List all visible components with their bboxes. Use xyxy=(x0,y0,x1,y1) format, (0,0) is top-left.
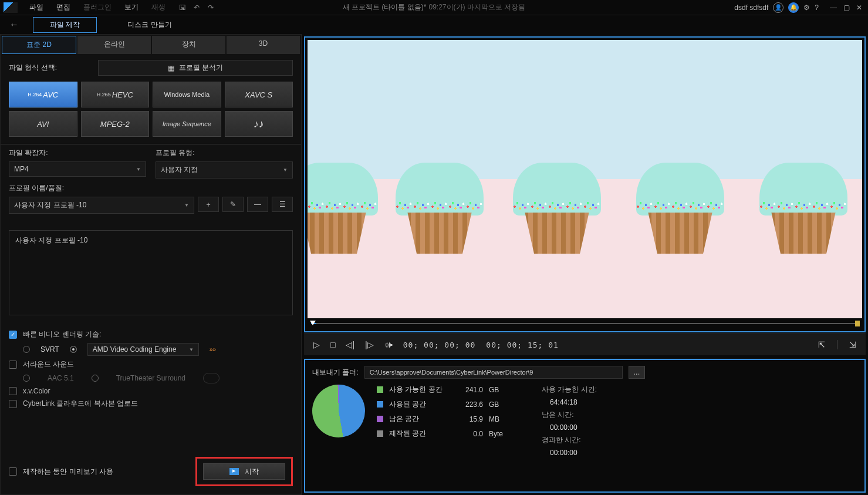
timecode-total: 00; 00; 15; 01 xyxy=(486,341,559,349)
toolbar-icons: 🖫 ↶ ↷ xyxy=(177,2,216,13)
preview-while-checkbox[interactable] xyxy=(9,467,17,476)
format-audio[interactable]: ♪♪ xyxy=(225,111,293,137)
minimize-icon[interactable]: — xyxy=(828,4,839,12)
title-area: 새 프로젝트 (타이틀 없음)* 09:27이(가) 마지막으로 저장됨 xyxy=(343,2,525,12)
cloud-label: CyberLink 클라우드에 복사본 업로드 xyxy=(23,399,138,409)
start-highlight-box: 시작 xyxy=(195,457,293,486)
film-icon xyxy=(229,468,239,475)
playhead-icon[interactable] xyxy=(310,321,316,325)
xvcolor-checkbox[interactable] xyxy=(9,387,17,395)
xvcolor-label: x.v.Color xyxy=(23,387,50,395)
format-avi[interactable]: AVI xyxy=(9,111,77,137)
settings-panel: 표준 2D 온라인 장치 3D 파일 형식 선택: ▦ 프로필 분석기 H.26… xyxy=(0,34,302,495)
scrub-bar[interactable] xyxy=(308,321,862,326)
project-title: 새 프로젝트 (타이틀 없음)* xyxy=(343,2,427,12)
tts-preview-icon xyxy=(203,373,219,383)
aac-radio xyxy=(23,375,30,382)
next-frame-icon[interactable]: |▷ xyxy=(365,340,374,349)
profile-delete-button[interactable]: — xyxy=(247,197,268,212)
time-info: 사용 가능한 시간: 64:44:18 남은 시간: 00:00:00 경과한 … xyxy=(542,385,597,457)
profile-details-button[interactable]: ☰ xyxy=(272,197,293,212)
prev-frame-icon[interactable]: ◁| xyxy=(346,340,354,349)
nav-file-production[interactable]: 파일 제작 xyxy=(33,17,97,33)
fast-render-label: 빠른 비디오 렌더링 기술: xyxy=(23,329,101,339)
end-marker-icon[interactable] xyxy=(855,321,860,326)
menu-edit[interactable]: 편집 xyxy=(50,1,76,14)
hw-engine-radio[interactable] xyxy=(70,346,77,353)
playback-controls: ▷ □ ◁| |▷ 🕪 00; 00; 00; 00 00; 00; 15; 0… xyxy=(304,334,866,355)
menu-play: 재생 xyxy=(146,1,171,14)
redo-icon[interactable]: ↷ xyxy=(205,2,216,13)
export-folder-label: 내보내기 폴더: xyxy=(312,368,359,378)
mark-out-icon[interactable]: ⇲ xyxy=(849,340,856,349)
start-button[interactable]: 시작 xyxy=(203,463,285,480)
export-folder-input[interactable]: C:\Users\approve\Documents\CyberLink\Pow… xyxy=(364,366,623,379)
svrt-radio[interactable] xyxy=(23,346,30,353)
settings-icon[interactable]: ⚙ xyxy=(803,4,810,12)
nav-disc-create[interactable]: 디스크 만들기 xyxy=(111,18,188,32)
format-select-label: 파일 형식 선택: xyxy=(9,63,57,73)
format-h265-hevc[interactable]: H.265HEVC xyxy=(81,82,150,107)
window-buttons: — ▢ ✕ xyxy=(828,4,864,12)
undo-icon[interactable]: ↶ xyxy=(191,2,202,13)
format-grid: H.264AVC H.265HEVC Windows Media XAVC S … xyxy=(9,82,293,137)
help-icon[interactable]: ? xyxy=(815,4,819,12)
analyzer-icon: ▦ xyxy=(168,64,174,72)
browse-folder-button[interactable]: … xyxy=(629,366,645,379)
output-tabs: 표준 2D 온라인 장치 3D xyxy=(2,36,300,54)
format-mpeg2[interactable]: MPEG-2 xyxy=(81,111,150,137)
preview-container xyxy=(304,36,866,332)
profile-type-label: 프로필 유형: xyxy=(156,148,293,158)
profile-analyzer-button[interactable]: ▦ 프로필 분석기 xyxy=(98,60,293,76)
truevelocity-icon: »» xyxy=(210,346,216,353)
menu-plugin: 플러그인 xyxy=(77,1,117,14)
format-windows-media[interactable]: Windows Media xyxy=(153,82,221,107)
tab-device[interactable]: 장치 xyxy=(152,36,225,54)
extension-label: 파일 확장자: xyxy=(9,148,146,158)
preview-while-label: 제작하는 동안 미리보기 사용 xyxy=(23,467,113,477)
format-h264-avc[interactable]: H.264AVC xyxy=(9,82,77,107)
menu-file[interactable]: 파일 xyxy=(23,1,49,14)
format-image-sequence[interactable]: Image Sequence xyxy=(153,111,221,137)
format-xavc-s[interactable]: XAVC S xyxy=(225,82,293,107)
user-icon[interactable]: 👤 xyxy=(773,2,783,13)
hw-engine-select[interactable]: AMD Video Coding Engine xyxy=(87,343,199,356)
close-icon[interactable]: ✕ xyxy=(854,4,864,12)
topbar-right: dsdf sdfsdf 👤 🔔 ⚙ ? — ▢ ✕ xyxy=(734,2,864,13)
tab-online[interactable]: 온라인 xyxy=(77,36,151,54)
profile-edit-button[interactable]: ✎ xyxy=(222,197,244,212)
play-icon[interactable]: ▷ xyxy=(313,340,320,349)
surround-checkbox[interactable] xyxy=(9,361,17,369)
export-navbar: ← 파일 제작 디스크 만들기 xyxy=(0,15,868,34)
profile-name-select[interactable]: 사용자 지정 프로필 -10 xyxy=(9,197,194,214)
mark-in-icon[interactable]: ⇱ xyxy=(818,340,825,349)
profile-add-button[interactable]: ＋ xyxy=(198,197,219,212)
maximize-icon[interactable]: ▢ xyxy=(841,4,852,12)
profile-name-label: 프로필 이름/품질: xyxy=(9,183,293,193)
user-name: dsdf sdfsdf xyxy=(734,4,768,12)
saved-status: 09:27이(가) 마지막으로 저장됨 xyxy=(428,2,525,12)
notification-icon[interactable]: 🔔 xyxy=(788,2,799,13)
menu-view[interactable]: 보기 xyxy=(119,1,144,14)
profile-description: 사용자 지정 프로필 -10 xyxy=(9,230,293,315)
tab-3d[interactable]: 3D xyxy=(227,36,300,54)
save-icon[interactable]: 🖫 xyxy=(177,2,188,13)
back-arrow-icon[interactable]: ← xyxy=(9,19,19,30)
volume-icon[interactable]: 🕪 xyxy=(384,340,393,349)
cloud-checkbox[interactable] xyxy=(9,400,17,408)
stop-icon[interactable]: □ xyxy=(330,340,335,349)
disk-usage-pie xyxy=(312,385,365,437)
tts-radio xyxy=(92,375,99,382)
tab-standard-2d[interactable]: 표준 2D xyxy=(2,36,76,54)
extension-select[interactable]: MP4 xyxy=(9,161,146,177)
profile-type-select[interactable]: 사용자 지정 xyxy=(156,161,293,179)
export-info-panel: 내보내기 폴더: C:\Users\approve\Documents\Cybe… xyxy=(304,359,866,493)
timecode-current: 00; 00; 00; 00 xyxy=(403,341,476,349)
surround-label: 서라운드 사운드 xyxy=(23,359,74,369)
svrt-label: SVRT xyxy=(40,345,59,353)
app-logo-icon xyxy=(4,2,18,13)
main-menu: 파일 편집 플러그인 보기 재생 xyxy=(23,1,171,14)
fast-render-checkbox[interactable] xyxy=(9,331,17,339)
right-panel: ▷ □ ◁| |▷ 🕪 00; 00; 00; 00 00; 00; 15; 0… xyxy=(302,34,868,495)
video-preview[interactable] xyxy=(308,40,862,318)
